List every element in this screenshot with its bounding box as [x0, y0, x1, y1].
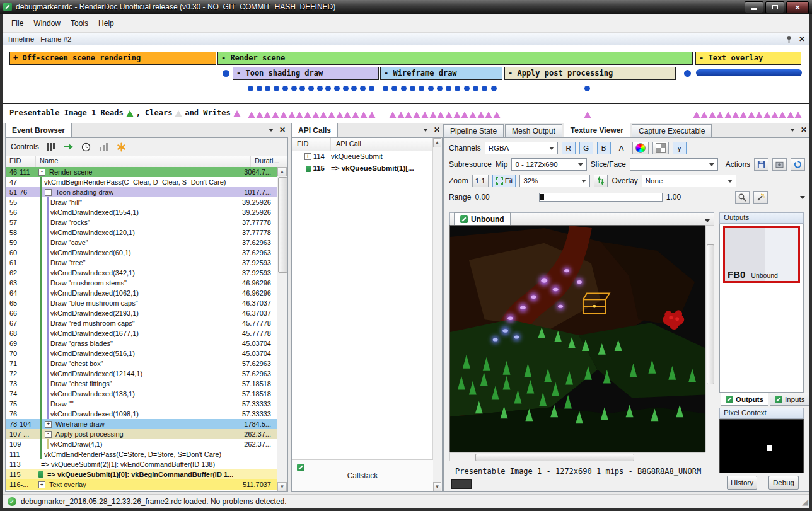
tab-inputs[interactable]: Inputs	[770, 393, 809, 406]
event-row-57[interactable]: 57Draw "rocks"37.77778	[6, 217, 277, 227]
event-row-74[interactable]: 74vkCmdDrawIndexed(138,1)57.18518	[6, 389, 277, 399]
checkerboard-button[interactable]	[652, 142, 669, 154]
write-marker-triangle[interactable]	[397, 112, 405, 118]
scroll-down-arrow[interactable]: ▼	[433, 482, 441, 491]
debug-button[interactable]: Debug	[768, 476, 799, 490]
color-wheel-button[interactable]	[632, 142, 649, 154]
refresh-button[interactable]	[791, 158, 805, 171]
zoom-range-icon[interactable]	[735, 191, 750, 204]
timeline-draw-dot[interactable]	[257, 86, 262, 91]
timeline-draw-dot[interactable]	[392, 86, 397, 91]
timeline-draw-dot[interactable]	[325, 86, 331, 91]
event-row-66[interactable]: 66vkCmdDrawIndexed(2193,1)46.37037	[6, 308, 277, 318]
write-marker-triangle[interactable]	[304, 112, 311, 118]
write-marker-triangle[interactable]	[794, 112, 802, 118]
bookmark-icon[interactable]	[116, 141, 127, 152]
range-slider[interactable]	[539, 193, 663, 202]
write-marker-triangle[interactable]	[445, 112, 453, 118]
event-row-64[interactable]: 64vkCmdDrawIndexed(1062,1)46.96296	[6, 288, 277, 298]
event-row-116-...[interactable]: 116-...+Text overlay511.7037	[6, 479, 277, 490]
write-marker-triangle[interactable]	[453, 112, 461, 118]
write-marker-triangle[interactable]	[693, 112, 700, 118]
timeline-draw-dot[interactable]	[248, 86, 253, 91]
save-texture-button[interactable]	[754, 158, 768, 171]
write-marker-triangle[interactable]	[288, 112, 296, 118]
timeline-draw-dot[interactable]	[274, 86, 279, 91]
write-marker-triangle[interactable]	[413, 112, 420, 118]
flip-y-button[interactable]	[594, 175, 608, 187]
write-marker-triangle[interactable]	[477, 112, 485, 118]
timeline-bar--render-scene[interactable]: - Render scene	[218, 52, 693, 65]
texture-viewport[interactable]	[450, 225, 705, 452]
write-marker-triangle[interactable]	[272, 112, 279, 118]
event-row-113[interactable]: 113=> vkQueueSubmit(2)[1]: vkEndCommandB…	[6, 459, 277, 469]
tab-api-calls[interactable]: API Calls	[291, 123, 338, 137]
range-min[interactable]: 0.00	[475, 193, 489, 202]
event-row-51-76[interactable]: 51-76-Toon shading draw1017.7...	[6, 187, 277, 197]
event-row-67[interactable]: 67Draw "red mushroom caps"45.77778	[6, 318, 277, 328]
column-api-call[interactable]: API Call	[331, 138, 433, 151]
gamma-button[interactable]: γ	[673, 142, 687, 154]
write-marker-triangle[interactable]	[280, 112, 287, 118]
resize-grip[interactable]: ◢	[802, 497, 808, 507]
collapse-icon[interactable]: -	[45, 189, 52, 196]
collapse-icon[interactable]: -	[45, 431, 52, 438]
event-row-107-...[interactable]: 107-...-Apply post processing262.37...	[6, 429, 277, 439]
write-marker-triangle[interactable]	[485, 112, 492, 118]
column-name[interactable]: Name	[36, 156, 251, 167]
event-row-71[interactable]: 71Draw "chest box"57.62963	[6, 359, 277, 369]
event-row-56[interactable]: 56vkCmdDrawIndexed(1554,1)39.25926	[6, 207, 277, 217]
range-max[interactable]: 1.00	[666, 193, 681, 202]
write-marker-triangle[interactable]	[493, 112, 501, 118]
scroll-up-arrow[interactable]: ▲	[277, 167, 287, 176]
write-marker-triangle[interactable]	[296, 112, 303, 118]
timeline-event-dot[interactable]	[684, 70, 691, 77]
write-marker-triangle[interactable]	[344, 112, 351, 118]
viewport-vscrollbar[interactable]	[705, 225, 714, 452]
timeline-draw-dot[interactable]	[334, 86, 340, 91]
tab-capture-executable[interactable]: Capture Executable	[632, 124, 712, 137]
write-marker-triangle[interactable]	[763, 112, 771, 118]
event-row-61[interactable]: 61Draw "tree"37.92593	[6, 258, 277, 268]
event-row-58[interactable]: 58vkCmdDrawIndexed(120,1)37.77778	[6, 227, 277, 238]
timeline-draw-dot[interactable]	[360, 86, 366, 91]
write-marker-triangle[interactable]	[328, 112, 335, 118]
timeline-draw-dot[interactable]	[491, 86, 497, 91]
zoom-1to1-button[interactable]: 1:1	[472, 175, 489, 187]
expand-icon[interactable]: +	[304, 153, 311, 160]
channel-a-button[interactable]: A	[615, 142, 629, 154]
menu-item-window[interactable]: Window	[28, 17, 66, 30]
tab-pipeline-state[interactable]: Pipeline State	[443, 124, 504, 137]
event-row-65[interactable]: 65Draw "blue mushroom caps"46.37037	[6, 298, 277, 308]
timeline-draw-dot[interactable]	[473, 86, 478, 91]
timeline-draw-dot[interactable]	[369, 86, 374, 91]
timeline-draw-dot[interactable]	[401, 86, 407, 91]
pixel-context-view[interactable]	[719, 419, 804, 473]
event-row-69[interactable]: 69Draw "grass blades"45.03704	[6, 338, 277, 348]
timeline-draw-dot[interactable]	[317, 86, 323, 91]
collapse-icon[interactable]: -	[38, 169, 45, 176]
event-row-55[interactable]: 55Draw "hill"39.25926	[6, 197, 277, 207]
write-marker-triangle[interactable]	[724, 112, 732, 118]
tab-unbound-texture[interactable]: Unbound	[454, 212, 511, 225]
event-row-68[interactable]: 68vkCmdDrawIndexed(1677,1)45.77778	[6, 328, 277, 338]
slice-face-select[interactable]	[630, 158, 718, 171]
zoom-percent-select[interactable]: 32%	[519, 175, 590, 187]
event-row-47[interactable]: 47vkCmdBeginRenderPass(C=Clear, D=Clear,…	[6, 177, 277, 187]
tab-texture-viewer[interactable]: Texture Viewer	[564, 123, 630, 137]
tab-event-browser[interactable]: Event Browser	[5, 123, 72, 137]
zoom-fit-button[interactable]: Fit	[492, 175, 516, 187]
menu-item-file[interactable]: File	[6, 17, 28, 30]
write-marker-triangle[interactable]	[360, 112, 368, 118]
maximize-button[interactable]	[765, 1, 784, 13]
timeline-event-dot[interactable]	[223, 70, 229, 77]
texture-list-dropdown-icon[interactable]	[705, 219, 710, 222]
write-marker-triangle[interactable]	[716, 112, 724, 118]
api-call-row-115[interactable]: 115=> vkQueueSubmit(1)[...	[292, 163, 433, 175]
write-marker-triangle[interactable]	[755, 112, 763, 118]
menu-item-tools[interactable]: Tools	[66, 17, 93, 30]
timeline-bar--apply-post-processing[interactable]: - Apply post processing	[504, 67, 676, 80]
mip-select[interactable]: 0 - 1272x690	[511, 158, 586, 171]
channel-b-button[interactable]: B	[597, 142, 611, 154]
event-row-109[interactable]: 109vkCmdDraw(4,1)262.37...	[6, 439, 277, 449]
